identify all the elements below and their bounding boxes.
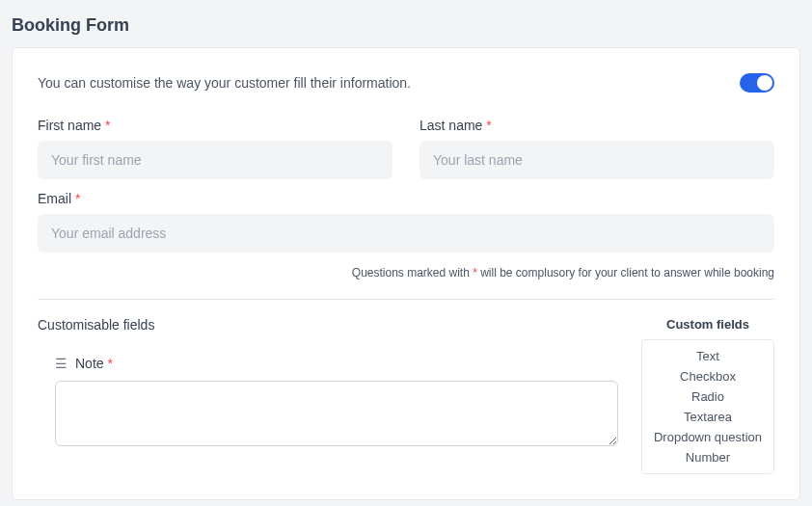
note-label: Note * (75, 356, 113, 371)
required-asterisk: * (75, 191, 80, 206)
note-label-text: Note (75, 356, 104, 371)
last-name-label-text: Last name (420, 118, 482, 133)
email-label-text: Email (38, 191, 71, 206)
palette-item-dropdown[interactable]: Dropdown question (652, 427, 764, 447)
drag-handle-icon[interactable]: ☰ (55, 357, 68, 370)
custom-left: Customisable fields ☰ Note * (38, 317, 624, 450)
custom-right: Custom fields Text Checkbox Radio Textar… (641, 317, 774, 474)
email-label: Email * (38, 191, 774, 206)
section-divider (38, 299, 774, 300)
custom-section: Customisable fields ☰ Note * Custom fiel… (38, 317, 774, 474)
last-name-input[interactable] (420, 141, 774, 179)
required-hint: Questions marked with * will be compluso… (38, 266, 774, 280)
palette-item-checkbox[interactable]: Checkbox (652, 366, 764, 386)
last-name-label: Last name * (420, 118, 774, 133)
last-name-field: Last name * (420, 118, 774, 179)
palette-item-number[interactable]: Number (652, 447, 764, 467)
first-name-label-text: First name (38, 118, 101, 133)
email-field: Email * (38, 191, 774, 253)
page-title: Booking Form (0, 0, 812, 47)
booking-form-card: You can customise the way your customer … (12, 47, 800, 500)
palette-item-textarea[interactable]: Textarea (652, 407, 764, 427)
required-asterisk: * (105, 118, 110, 133)
intro-text: You can customise the way your customer … (38, 75, 411, 91)
note-header: ☰ Note * (55, 356, 624, 371)
palette-item-text[interactable]: Text (652, 346, 764, 366)
intro-row: You can customise the way your customer … (38, 73, 774, 93)
toggle-knob (757, 75, 772, 91)
note-textarea[interactable] (55, 381, 618, 446)
first-name-input[interactable] (38, 141, 392, 179)
required-asterisk: * (107, 356, 112, 371)
first-name-label: First name * (38, 118, 392, 133)
hint-suffix: will be complusory for your client to an… (477, 266, 774, 280)
customise-toggle[interactable] (740, 73, 774, 93)
name-row: First name * Last name * (38, 118, 774, 179)
email-input[interactable] (38, 214, 774, 253)
hint-prefix: Questions marked with (352, 266, 473, 280)
field-palette: Text Checkbox Radio Textarea Dropdown qu… (641, 339, 774, 474)
first-name-field: First name * (38, 118, 392, 179)
note-block: ☰ Note * (38, 356, 624, 450)
palette-item-radio[interactable]: Radio (652, 386, 764, 407)
required-asterisk: * (486, 118, 491, 133)
custom-fields-title: Custom fields (641, 317, 774, 332)
customisable-fields-title: Customisable fields (38, 317, 624, 333)
